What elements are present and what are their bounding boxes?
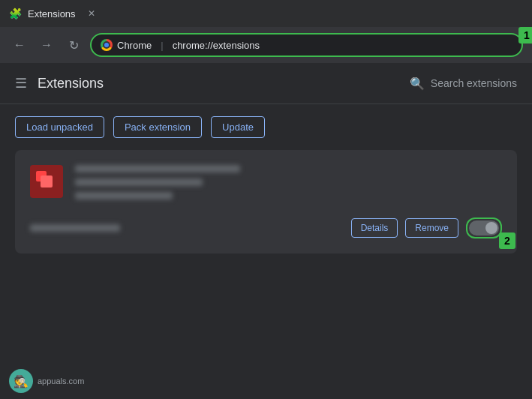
search-icon: 🔍 bbox=[410, 76, 425, 91]
card-top bbox=[30, 165, 502, 206]
remove-button[interactable]: Remove bbox=[405, 218, 458, 238]
extension-toggle[interactable] bbox=[469, 220, 499, 236]
forward-button[interactable]: → bbox=[36, 34, 57, 56]
extension-desc-line1 bbox=[75, 178, 203, 186]
extension-id bbox=[30, 224, 120, 232]
page-title: Extensions bbox=[38, 76, 104, 92]
details-button[interactable]: Details bbox=[351, 218, 398, 238]
header-left: ☰ Extensions bbox=[15, 75, 104, 92]
title-bar: 🧩 Extensions ✕ bbox=[0, 0, 532, 27]
tab-close-button[interactable]: ✕ bbox=[88, 8, 95, 19]
chrome-logo-icon bbox=[101, 39, 113, 51]
chrome-indicator: Chrome | chrome://extensions bbox=[101, 39, 260, 51]
url-text: chrome://extensions bbox=[173, 40, 260, 51]
toolbar: Load unpacked Pack extension Update bbox=[0, 104, 532, 150]
page-content: ☰ Extensions 🔍 Search extensions Load un… bbox=[0, 63, 532, 399]
watermark-icon: 🕵 bbox=[9, 369, 33, 393]
search-label[interactable]: Search extensions bbox=[431, 77, 517, 89]
watermark-text: appuals.com bbox=[38, 376, 84, 386]
pack-extension-button[interactable]: Pack extension bbox=[113, 116, 202, 138]
toggle-wrapper: 2 bbox=[466, 218, 502, 238]
back-button[interactable]: ← bbox=[9, 34, 30, 56]
extension-name bbox=[75, 165, 240, 172]
card-actions: Details Remove 2 bbox=[351, 218, 502, 238]
tab-title: Extensions bbox=[28, 8, 76, 20]
extensions-area: Details Remove 2 bbox=[0, 150, 532, 399]
toggle-knob bbox=[485, 222, 497, 234]
hamburger-menu-button[interactable]: ☰ bbox=[15, 75, 27, 92]
extension-info bbox=[75, 165, 502, 206]
step-badge-2: 2 bbox=[499, 232, 515, 249]
step-badge-1: 1 bbox=[518, 27, 532, 44]
address-bar[interactable]: Chrome | chrome://extensions 1 bbox=[90, 33, 523, 57]
pipe-separator: | bbox=[161, 40, 163, 51]
watermark: 🕵 appuals.com bbox=[9, 369, 84, 393]
nav-bar: ← → ↻ Chrome | chrome://extensions 1 bbox=[0, 27, 532, 63]
tab: 🧩 Extensions ✕ bbox=[9, 8, 95, 20]
extension-desc-line2 bbox=[75, 192, 173, 200]
page-header: ☰ Extensions 🔍 Search extensions bbox=[0, 63, 532, 104]
tab-icon: 🧩 bbox=[9, 8, 22, 20]
extension-card: Details Remove 2 bbox=[15, 150, 517, 254]
search-area: 🔍 Search extensions bbox=[410, 76, 517, 91]
load-unpacked-button[interactable]: Load unpacked bbox=[15, 116, 104, 138]
extension-icon bbox=[30, 165, 63, 198]
card-bottom: Details Remove 2 bbox=[30, 218, 502, 238]
refresh-button[interactable]: ↻ bbox=[63, 34, 84, 56]
update-button[interactable]: Update bbox=[211, 116, 265, 138]
chrome-label: Chrome bbox=[117, 40, 152, 51]
